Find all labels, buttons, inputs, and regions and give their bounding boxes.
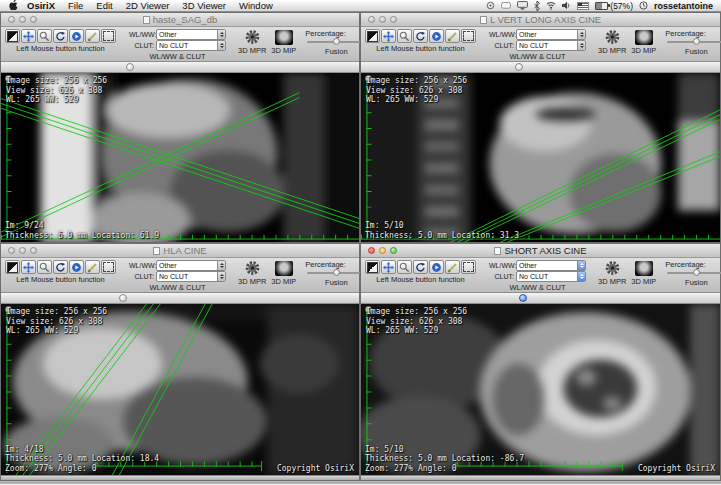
wlww-tool-button[interactable] [5,29,20,43]
minimize-button[interactable] [379,247,386,254]
3d-mip-button[interactable] [634,29,654,45]
browse-tool-button[interactable] [69,260,84,274]
airport-menu-icon[interactable] [546,1,556,10]
rotate-tool-button[interactable] [53,260,68,274]
frame-slider[interactable] [361,62,720,73]
menu-item-2d-viewer[interactable]: 2D Viewer [126,0,170,11]
mri-viewport[interactable]: Image size: 256 x 256 View size: 626 x 3… [361,73,720,242]
measure-tool-button[interactable] [445,29,460,43]
window-titlebar[interactable]: HLA CINE [1,244,359,258]
traffic-lights [8,16,37,23]
close-button[interactable] [368,16,375,23]
window-titlebar[interactable]: SHORT AXIS CINE [361,244,720,258]
rotate-tool-button[interactable] [413,29,428,43]
clut-label: CLUT: [489,273,514,280]
3d-mpr-button[interactable] [242,29,262,45]
minimize-button[interactable] [379,16,386,23]
roi-tool-button[interactable] [461,29,476,43]
minimize-button[interactable] [19,16,26,23]
mri-viewport[interactable]: Image size: 256 x 256 View size: 626 x 3… [361,304,720,475]
clut-select[interactable]: No CLUT [156,271,226,282]
apple-menu-icon[interactable] [9,0,18,11]
wlww-select[interactable]: Other [156,29,226,40]
wlww-select[interactable]: Other [516,29,586,40]
mri-viewport[interactable]: Image size: 256 x 256 View size: 626 x 3… [1,304,359,475]
measure-tool-button[interactable] [85,260,100,274]
fusion-slider-thumb[interactable] [333,38,340,45]
fusion-slider-thumb[interactable] [693,269,700,276]
zoom-window-button[interactable] [390,16,397,23]
fusion-percentage-slider[interactable] [667,38,721,46]
fast-user-switch-menu[interactable]: rossetantoine [654,1,713,11]
frame-slider-thumb[interactable] [515,63,523,71]
wlww-tool-button[interactable] [5,260,20,274]
zoom-window-button[interactable] [30,16,37,23]
zoom-tool-button[interactable] [37,260,52,274]
browse-tool-button[interactable] [429,29,444,43]
fusion-slider-thumb[interactable] [693,38,700,45]
browse-tool-button[interactable] [69,29,84,43]
zoom-tool-button[interactable] [397,29,412,43]
overlay-image-size: Image size: 256 x 256 [6,76,11,86]
3d-mip-button[interactable] [634,260,654,276]
battery-indicator[interactable]: (57%) [595,1,633,11]
close-button[interactable] [8,16,15,23]
pan-tool-button[interactable] [21,260,36,274]
clut-select[interactable]: No CLUT [516,40,586,51]
wlww-select[interactable]: Other [156,260,226,271]
menu-item-osirix[interactable]: OsiriX [27,0,55,11]
pan-tool-button[interactable] [21,29,36,43]
frame-slider[interactable] [361,293,720,304]
fusion-percentage-slider[interactable] [307,269,365,277]
window-titlebar[interactable]: L VERT LONG AXIS CINE [361,13,720,27]
menu-item-file[interactable]: File [68,0,83,11]
frame-slider-thumb[interactable] [126,63,134,71]
3d-mip-button[interactable] [274,260,294,276]
us-flag-icon[interactable] [577,2,589,10]
clut-select[interactable]: No CLUT [156,40,226,51]
chat-menu-icon[interactable] [501,2,511,10]
window-titlebar[interactable]: haste_SAG_db [1,13,359,27]
zoom-tool-button[interactable] [397,260,412,274]
frame-slider[interactable] [1,293,359,304]
rotate-tool-button[interactable] [53,29,68,43]
pan-tool-button[interactable] [381,260,396,274]
menu-item-3d-viewer[interactable]: 3D Viewer [182,0,226,11]
browse-tool-button[interactable] [429,260,444,274]
displays-menu-icon[interactable] [517,1,528,10]
pan-tool-button[interactable] [381,29,396,43]
fusion-percentage-slider[interactable] [307,38,365,46]
roi-tool-button[interactable] [461,260,476,274]
bluetooth-menu-icon[interactable] [534,1,540,11]
wlww-tool-button[interactable] [365,29,380,43]
zoom-window-button[interactable] [390,247,397,254]
fusion-percentage-slider[interactable] [667,269,721,277]
wlww-select[interactable]: Other [516,260,586,271]
menu-item-window[interactable]: Window [239,0,273,11]
minimize-button[interactable] [19,247,26,254]
measure-tool-button[interactable] [85,29,100,43]
fan-menu-icon[interactable] [486,1,495,10]
3d-mpr-button[interactable] [602,29,622,45]
clock-menu-icon[interactable] [639,1,648,10]
close-button[interactable] [368,247,375,254]
wlww-tool-button[interactable] [365,260,380,274]
rotate-tool-button[interactable] [413,260,428,274]
frame-slider-thumb[interactable] [519,294,527,302]
zoom-window-button[interactable] [30,247,37,254]
3d-mpr-button[interactable] [602,260,622,276]
mri-viewport[interactable]: Image size: 256 x 256 View size: 626 x 3… [1,73,359,242]
clut-select[interactable]: No CLUT [516,271,586,282]
roi-tool-button[interactable] [101,260,116,274]
frame-slider[interactable] [1,62,359,73]
menu-item-edit[interactable]: Edit [96,0,112,11]
3d-mip-button[interactable] [274,29,294,45]
frame-slider-thumb[interactable] [119,294,127,302]
measure-tool-button[interactable] [445,260,460,274]
fusion-slider-thumb[interactable] [333,269,340,276]
roi-tool-button[interactable] [101,29,116,43]
close-button[interactable] [8,247,15,254]
3d-mpr-button[interactable] [242,260,262,276]
volume-menu-icon[interactable] [562,1,571,10]
zoom-tool-button[interactable] [37,29,52,43]
